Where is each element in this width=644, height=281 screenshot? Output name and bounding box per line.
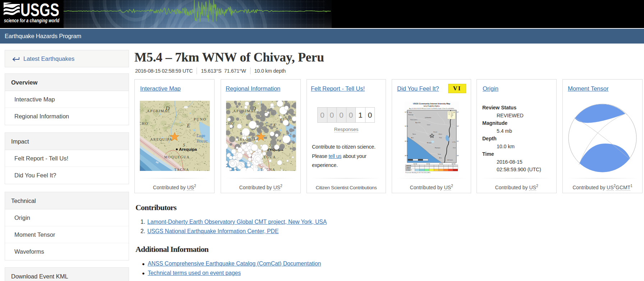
svg-text:Aug 14 2016 09:58:59 PM local: Aug 14 2016 09:58:59 PM local 15.61S 71.… [409,108,454,109]
svg-text:Sicuani: Sicuani [433,131,437,133]
svg-text:Juliaca: Juliaca [438,133,442,135]
svg-text:CITY SIZE: CITY SIZE [451,112,455,113]
svg-text:La Paz: La Paz [452,141,456,143]
svg-text:Huancayo: Huancayo [408,114,414,115]
svg-text:INTENSITY: INTENSITY [406,169,412,171]
svg-text:74°W: 74°W [413,163,417,165]
svg-text:12°S: 12°S [457,111,459,113]
svg-text:Oruro: Oruro [453,147,456,149]
svg-text:Puno: Puno [439,137,442,139]
svg-text:50000: 50000 [451,115,454,116]
svg-text:Huancavelica: Huancavelica [410,119,417,121]
svg-text:Arica: Arica [439,157,442,159]
svg-text:DAMAGE: DAMAGE [406,167,411,169]
svg-text:Atico: Atico [411,137,414,139]
svg-text:SOUTHERN PERU: SOUTHERN PERU [424,105,440,107]
svg-text:Processed: Mon Aug 15 03:17:06: Processed: Mon Aug 15 03:17:06 2016 (GMT… [405,172,430,173]
svg-text:USGS Community Internet Intens: USGS Community Internet Intensity Map [413,103,450,105]
svg-text:1M+: 1M+ [451,116,453,118]
svg-text:TM: TM [325,10,327,13]
svg-text:Arequipa: Arequipa [427,142,432,144]
svg-text:18°S: 18°S [457,155,459,157]
svg-text:14°S: 14°S [457,125,459,127]
svg-text:10000: 10000 [451,113,454,115]
svg-text:Cailloma: Cailloma [429,136,434,137]
svg-text:Tacna: Tacna [438,154,441,155]
svg-text:70°W: 70°W [439,163,443,165]
svg-text:12°S: 12°S [405,111,408,113]
svg-text:Pisco: Pisco [409,112,412,113]
svg-text:Cusco: Cusco [427,124,430,126]
svg-text:100 km/s: 100 km/s [447,159,453,161]
svg-text:72°W: 72°W [426,163,430,165]
svg-text:16°S: 16°S [457,140,459,142]
svg-text:18°S: 18°S [405,155,408,157]
svg-text:16°S: 16°S [405,140,408,142]
svg-text:Quillabamba: Quillabamba [425,117,431,118]
svg-text:science for a changing world: science for a changing world [4,17,59,23]
svg-text:SHAKING: SHAKING [406,165,411,167]
svg-text:Ayacucho: Ayacucho [415,122,420,123]
svg-text:Nazca: Nazca [413,133,416,135]
svg-text:14°S: 14°S [405,125,408,127]
svg-text:68°W: 68°W [452,163,455,165]
svg-text:Moquegua: Moquegua [435,147,440,149]
